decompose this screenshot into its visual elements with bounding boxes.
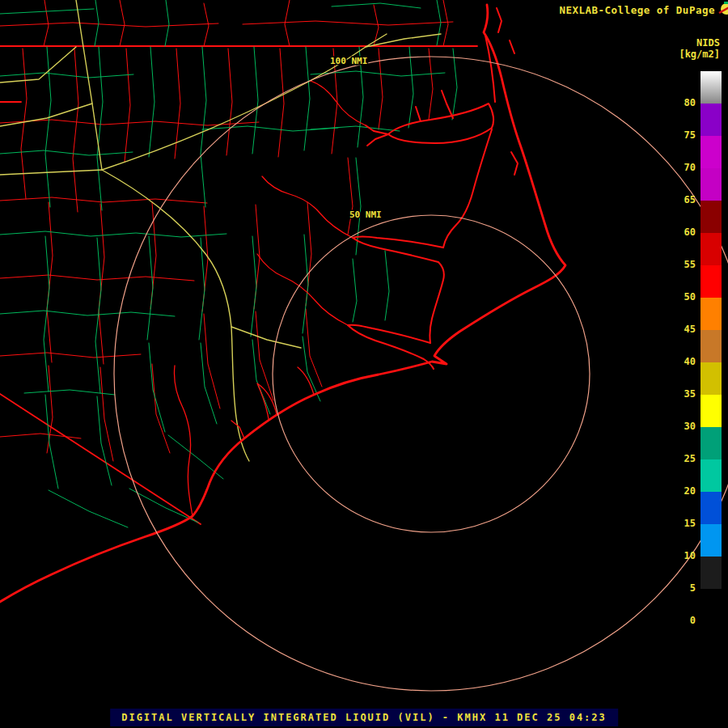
scale-label-75: 75 [684, 129, 696, 142]
scale-label-35: 35 [684, 388, 696, 401]
scale-label-0: 0 [690, 615, 696, 628]
scale-header: NIDS [kg/m2] [679, 37, 720, 60]
scale-label-5: 5 [690, 582, 696, 595]
scale-segment-15-20 [700, 492, 722, 524]
scale-segment-25-30 [700, 427, 722, 459]
scale-segment-55-60 [700, 233, 722, 265]
scale-label-40: 40 [684, 356, 696, 369]
scale-segment-gt80 [700, 71, 722, 104]
scale-label-70: 70 [684, 162, 696, 175]
highway-lines-yellow [0, 0, 441, 461]
range-ring-100nmi [114, 57, 728, 691]
scale-label-45: 45 [684, 324, 696, 336]
product-title-bar: DIGITAL VERTICALLY INTEGRATED LIQUID (VI… [110, 709, 618, 726]
range-rings [114, 57, 728, 691]
river-lines [174, 81, 366, 516]
vil-color-scale [700, 71, 722, 621]
units-label: [kg/m2] [679, 49, 720, 60]
road-mesh-red [0, 0, 453, 461]
product-title: DIGITAL VERTICALLY INTEGRATED LIQUID (VI… [121, 712, 607, 723]
scale-segment-45-50 [700, 298, 722, 330]
scale-label-55: 55 [684, 259, 696, 272]
scale-label-15: 15 [684, 518, 696, 531]
scale-label-20: 20 [684, 485, 696, 498]
scale-segment-65-70 [700, 168, 722, 201]
ring-label-100nmi: 100 NMI [330, 56, 367, 66]
radar-display: 100 NMI 50 NMI NEXLAB-College of DuPage … [0, 0, 728, 728]
county-mesh-green [0, 0, 457, 527]
nexlab-logo-icon [717, 2, 728, 15]
scale-segment-35-40 [700, 362, 722, 395]
scale-segment-75-80 [700, 104, 722, 136]
ring-label-50nmi: 50 NMI [349, 210, 382, 220]
scale-segment-20-25 [700, 459, 722, 492]
scale-label-65: 65 [684, 194, 696, 207]
scale-segment-5-10 [700, 557, 722, 589]
scale-segment-0-5 [700, 589, 722, 621]
state-border-lines [0, 46, 477, 524]
radar-map: 100 NMI 50 NMI [0, 0, 728, 728]
scale-labels: 80757065605550454035302520151050 [671, 71, 696, 629]
scale-segment-60-65 [700, 201, 722, 233]
range-ring-50nmi [273, 215, 590, 532]
scale-segment-30-35 [700, 395, 722, 427]
brand-text: NEXLAB-College of DuPage [559, 4, 715, 16]
scale-label-10: 10 [684, 550, 696, 563]
scale-label-25: 25 [684, 453, 696, 466]
scale-segment-50-55 [700, 265, 722, 298]
scale-segment-40-45 [700, 330, 722, 362]
scale-segment-10-15 [700, 524, 722, 557]
scale-label-30: 30 [684, 421, 696, 434]
scale-segment-70-75 [700, 136, 722, 168]
scale-label-50: 50 [684, 291, 696, 304]
product-code: NIDS [679, 37, 720, 49]
scale-label-60: 60 [684, 226, 696, 239]
scale-label-80: 80 [684, 97, 696, 110]
